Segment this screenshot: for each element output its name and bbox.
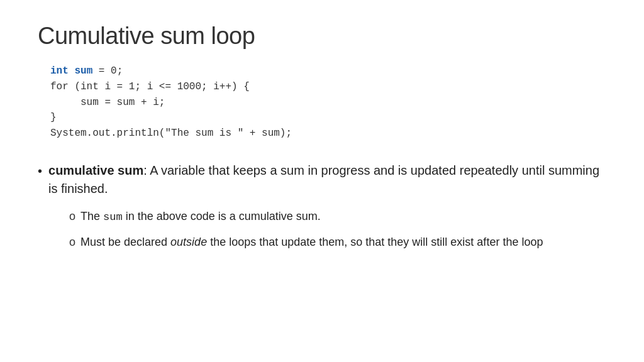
sub-bullets: o The sum in the above code is a cumulat…: [69, 208, 606, 251]
code-line-3: sum = sum + i;: [50, 95, 606, 111]
bullet-text: cumulative sum: A variable that keeps a …: [48, 162, 606, 198]
slide-title: Cumulative sum loop: [38, 23, 606, 50]
sub-bullet-2-text: Must be declared outside the loops that …: [80, 234, 543, 251]
italic-outside: outside: [170, 236, 207, 248]
main-bullet: • cumulative sum: A variable that keeps …: [38, 162, 606, 198]
sub-bullet-1-text: The sum in the above code is a cumulativ…: [80, 208, 321, 226]
code-line-1: int sum = 0;: [50, 63, 606, 79]
code-inline-sum: sum: [103, 211, 123, 223]
bullet-section: • cumulative sum: A variable that keeps …: [38, 162, 606, 260]
slide: Cumulative sum loop int sum = 0; for (in…: [0, 0, 644, 362]
code-line-2: for (int i = 1; i <= 1000; i++) {: [50, 79, 606, 95]
code-line-4: }: [50, 110, 606, 126]
sub-bullet-1-prefix: o: [69, 208, 75, 225]
bullet-dot: •: [38, 162, 42, 180]
sub-bullet-2-prefix: o: [69, 234, 75, 251]
code-block: int sum = 0; for (int i = 1; i <= 1000; …: [50, 63, 606, 141]
code-line-5: System.out.println("The sum is " + sum);: [50, 126, 606, 141]
sub-bullet-2: o Must be declared outside the loops tha…: [69, 234, 606, 251]
bullet-bold: cumulative sum: [48, 163, 143, 177]
sub-bullet-1: o The sum in the above code is a cumulat…: [69, 208, 606, 226]
